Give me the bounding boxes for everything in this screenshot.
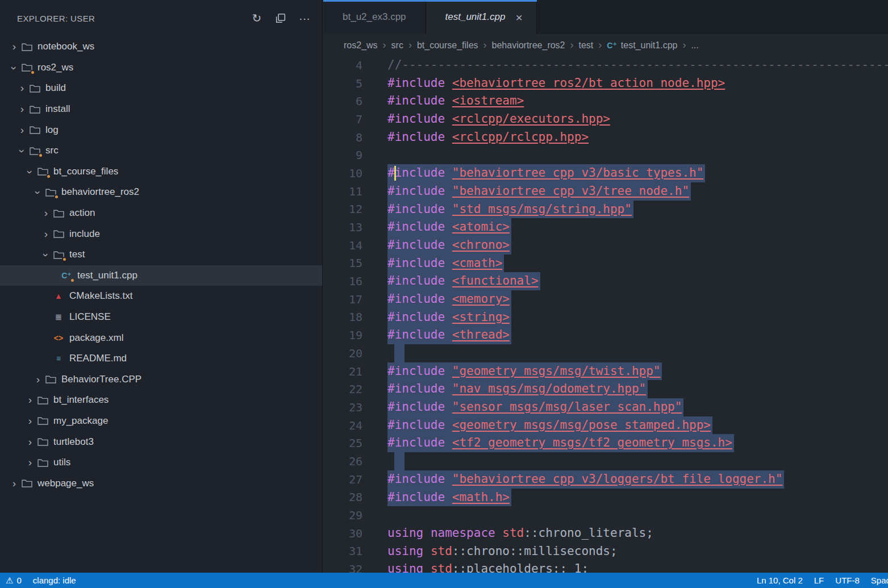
folder-icon: [20, 41, 33, 52]
breadcrumb: ros2_ws›src›bt_course_files›behaviortree…: [323, 34, 888, 56]
tree-folder-install[interactable]: ›install: [0, 99, 322, 120]
code-area[interactable]: 4//-------------------------------------…: [323, 56, 888, 573]
line-number: 21: [323, 365, 362, 378]
code-line-7[interactable]: 7#include <rclcpp/executors.hpp>: [323, 110, 888, 128]
code-line-30[interactable]: 30using namespace std::chrono_literals;: [323, 524, 888, 543]
tree-file-CMakeLists.txt[interactable]: ▲CMakeLists.txt: [0, 286, 322, 307]
breadcrumb-item-bt_course_files[interactable]: bt_course_files: [417, 40, 478, 51]
tree-file-package.xml[interactable]: <>package.xml: [0, 327, 322, 348]
code-line-10[interactable]: 10#include "behaviortree_cpp_v3/basic_ty…: [323, 164, 888, 182]
tree-folder-BehaviorTree.CPP[interactable]: ›BehaviorTree.CPP: [0, 369, 322, 390]
tree-folder-log[interactable]: ›log: [0, 119, 322, 140]
indentation-indicator[interactable]: Spac: [871, 576, 888, 585]
code-line-18[interactable]: 18#include <string>: [323, 308, 888, 327]
code-text: //--------------------------------------…: [387, 56, 888, 74]
tree-folder-webpage_ws[interactable]: ›webpage_ws: [0, 473, 322, 494]
code-line-19[interactable]: 19#include <thread>: [323, 326, 888, 344]
tab-bt_u2_ex3[interactable]: bt_u2_ex3.cpp: [323, 0, 426, 34]
folder-icon: [36, 457, 49, 468]
collapse-folders-icon[interactable]: [272, 10, 289, 27]
tree-file-README.md[interactable]: ≡README.md: [0, 348, 322, 369]
tree-folder-utils[interactable]: ›utils: [0, 452, 322, 473]
breadcrumb-item-behaviortree_ros2[interactable]: behaviortree_ros2: [492, 40, 565, 51]
code-line-5[interactable]: 5#include <behaviortree_ros2/bt_action_n…: [323, 74, 888, 93]
code-line-14[interactable]: 14#include <chrono>: [323, 236, 888, 255]
code-line-23[interactable]: 23#include "sensor_msgs/msg/laser_scan.h…: [323, 398, 888, 416]
code-line-17[interactable]: 17#include <memory>: [323, 290, 888, 308]
line-number: 13: [323, 220, 362, 234]
code-line-28[interactable]: 28#include <math.h>: [323, 489, 888, 507]
tree-folder-ros2_ws[interactable]: ›ros2_ws: [0, 57, 322, 78]
tree-folder-bt_course_files[interactable]: ›bt_course_files: [0, 161, 322, 182]
code-text: #include "nav_msgs/msg/odometry.hpp": [387, 380, 648, 398]
folder-icon: [20, 62, 33, 73]
code-line-26[interactable]: 26: [323, 452, 888, 470]
breadcrumb-item-test[interactable]: test: [579, 40, 594, 51]
tree-folder-notebook_ws[interactable]: ›notebook_ws: [0, 36, 322, 57]
breadcrumb-item-test_unit1.cpp[interactable]: test_unit1.cpp: [621, 40, 678, 51]
tree-folder-turtlebot3[interactable]: ›turtlebot3: [0, 431, 322, 452]
tree-file-test_unit1.cpp[interactable]: C⁺test_unit1.cpp: [0, 265, 322, 286]
code-line-12[interactable]: 12#include "std_msgs/msg/string.hpp": [323, 201, 888, 219]
folder-icon: [52, 207, 65, 219]
code-line-11[interactable]: 11#include "behaviortree_cpp_v3/tree_nod…: [323, 182, 888, 201]
code-line-29[interactable]: 29: [323, 506, 888, 524]
line-number: 24: [323, 419, 362, 432]
problems-indicator[interactable]: ⚠ 0: [6, 576, 22, 586]
code-line-4[interactable]: 4//-------------------------------------…: [323, 56, 888, 74]
breadcrumb-item-...[interactable]: ...: [691, 40, 698, 51]
tree-item-label: build: [45, 82, 66, 94]
folder-icon: [36, 436, 49, 448]
code-line-32[interactable]: 32using std::placeholders::_1;: [323, 560, 888, 573]
code-line-27[interactable]: 27#include "behaviortree_cpp_v3/loggers/…: [323, 470, 888, 489]
code-text: #include <math.h>: [387, 489, 511, 507]
clangd-status-label: clangd: idle: [33, 576, 76, 585]
breadcrumb-item-ros2_ws[interactable]: ros2_ws: [344, 40, 378, 51]
code-line-16[interactable]: 16#include <functional>: [323, 272, 888, 290]
code-text: #include "geometry_msgs/msg/twist.hpp": [387, 362, 662, 381]
tree-folder-my_package[interactable]: ›my_package: [0, 411, 322, 432]
line-number: 10: [323, 166, 362, 180]
code-line-8[interactable]: 8#include <rclcpp/rclcpp.hpp>: [323, 128, 888, 147]
tree-folder-test[interactable]: ›test: [0, 244, 322, 265]
code-line-25[interactable]: 25#include <tf2_geometry_msgs/tf2_geomet…: [323, 434, 888, 452]
code-line-15[interactable]: 15#include <cmath>: [323, 255, 888, 273]
folder-icon: [28, 82, 41, 94]
tree-item-label: bt_course_files: [53, 166, 118, 177]
editor-group: bt_u2_ex3.cpp test_unit1.cpp × ros2_ws›s…: [323, 0, 888, 573]
tree-folder-build[interactable]: ›build: [0, 78, 322, 99]
breadcrumb-item-src[interactable]: src: [391, 40, 403, 51]
tab-bar: bt_u2_ex3.cpp test_unit1.cpp ×: [323, 0, 888, 34]
code-line-31[interactable]: 31using std::chrono::milliseconds;: [323, 543, 888, 561]
cursor-position[interactable]: Ln 10, Col 2: [757, 576, 803, 585]
code-line-24[interactable]: 24#include <geometry_msgs/msg/pose_stamp…: [323, 416, 888, 435]
tree-folder-bt_interfaces[interactable]: ›bt_interfaces: [0, 390, 322, 411]
code-line-20[interactable]: 20: [323, 344, 888, 362]
tab-test_unit1[interactable]: test_unit1.cpp ×: [426, 0, 537, 34]
code-text: using std::placeholders::_1;: [387, 560, 589, 573]
tree-folder-action[interactable]: ›action: [0, 203, 322, 224]
tree-folder-src[interactable]: ›src: [0, 140, 322, 161]
tree-folder-include[interactable]: ›include: [0, 223, 322, 244]
warning-icon: ⚠: [6, 576, 13, 586]
more-actions-icon[interactable]: ···: [296, 10, 313, 27]
code-line-6[interactable]: 6#include <iostream>: [323, 92, 888, 110]
clangd-status[interactable]: clangd: idle: [33, 576, 76, 585]
chevron-right-icon: ›: [16, 82, 28, 94]
tree-file-LICENSE[interactable]: ≣LICENSE: [0, 307, 322, 328]
close-icon[interactable]: ×: [515, 11, 522, 23]
code-line-21[interactable]: 21#include "geometry_msgs/msg/twist.hpp": [323, 362, 888, 381]
code-line-13[interactable]: 13#include <atomic>: [323, 218, 888, 236]
code-text: using std::chrono::milliseconds;: [387, 543, 618, 561]
refresh-explorer-icon[interactable]: ↻: [248, 10, 265, 27]
code-line-22[interactable]: 22#include "nav_msgs/msg/odometry.hpp": [323, 380, 888, 398]
cpp-file-icon: C⁺: [607, 41, 617, 50]
eol-indicator[interactable]: LF: [814, 576, 824, 585]
git-modified-dot: [38, 153, 43, 158]
code-line-9[interactable]: 9: [323, 146, 888, 164]
line-number: 5: [323, 77, 362, 90]
git-modified-dot: [46, 174, 51, 179]
tree-item-label: bt_interfaces: [53, 394, 109, 406]
tree-folder-behaviortree_ros2[interactable]: ›behaviortree_ros2: [0, 182, 322, 203]
encoding-indicator[interactable]: UTF-8: [835, 576, 860, 585]
